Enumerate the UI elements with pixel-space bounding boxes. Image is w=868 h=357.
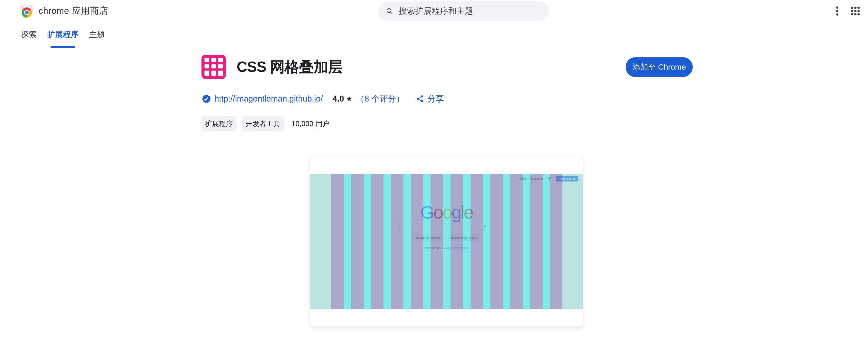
- reviews-paren-close: ）: [396, 94, 404, 103]
- store-brand-link[interactable]: chrome 应用商店: [20, 4, 108, 18]
- more-menu-icon[interactable]: [832, 6, 842, 16]
- grid-overlay-left-margin: [310, 174, 331, 309]
- search-bar[interactable]: [378, 1, 549, 21]
- google-apps-icon[interactable]: [850, 6, 861, 16]
- chip-extensions[interactable]: 扩展程序: [202, 116, 237, 131]
- category-tabs: 探索 扩展程序 主题: [21, 29, 105, 45]
- tab-themes[interactable]: 主题: [89, 29, 105, 45]
- search-icon: [386, 7, 393, 15]
- reviews-paren-open: （: [356, 94, 364, 103]
- grid-overlay-columns: [331, 174, 562, 309]
- extension-screenshot: Gmail Imágenes Iniciar sesión Google: [310, 174, 583, 309]
- developer-website-link[interactable]: http://imagentleman.github.io/: [214, 94, 323, 104]
- star-icon: ★: [346, 94, 352, 103]
- chrome-ball-icon: [22, 7, 32, 18]
- reviews-count: （8 个评分）: [356, 93, 404, 104]
- screenshot-card[interactable]: Gmail Imágenes Iniciar sesión Google: [310, 157, 583, 327]
- chrome-web-store-page: chrome 应用商店 探索 扩展程序 主题 CSS 网格叠加层 添加至 Chr…: [0, 0, 868, 357]
- chrome-web-store-logo-icon: [20, 4, 34, 18]
- users-count: 10,000 用户: [291, 119, 330, 129]
- share-icon[interactable]: [416, 95, 424, 103]
- rating-value: 4.0: [333, 94, 344, 104]
- tab-explore-label: 探索: [21, 30, 37, 39]
- reviews-link[interactable]: 8 个评分: [364, 94, 396, 103]
- active-tab-underline: [51, 46, 75, 48]
- store-title: chrome 应用商店: [39, 5, 108, 17]
- tab-extensions-label: 扩展程序: [47, 30, 79, 39]
- tab-explore[interactable]: 探索: [21, 29, 37, 45]
- chip-developer-tools[interactable]: 开发者工具: [242, 116, 284, 131]
- extension-grid-icon: [202, 55, 226, 79]
- add-to-chrome-button[interactable]: 添加至 Chrome: [626, 57, 693, 77]
- tab-extensions[interactable]: 扩展程序: [47, 29, 79, 45]
- search-input[interactable]: [398, 6, 537, 16]
- extension-meta-row: http://imagentleman.github.io/ 4.0 ★ （8 …: [202, 93, 444, 105]
- verified-badge-icon: [202, 94, 211, 104]
- category-chips-row: 扩展程序 开发者工具 10,000 用户: [202, 116, 330, 131]
- grid-overlay-right-margin: [562, 174, 583, 309]
- extension-title: CSS 网格叠加层: [237, 55, 342, 79]
- tab-themes-label: 主题: [89, 30, 105, 39]
- share-button[interactable]: 分享: [427, 93, 444, 104]
